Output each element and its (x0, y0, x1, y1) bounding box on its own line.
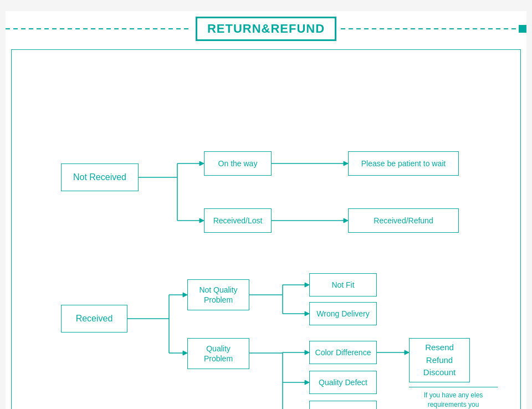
not-quality-problem-node: Not Quality Problem (187, 279, 249, 310)
quality-defect-node: Quality Defect (309, 371, 377, 394)
not-received-node: Not Received (61, 163, 139, 191)
svg-marker-3 (200, 161, 204, 166)
svg-marker-31 (405, 350, 409, 355)
svg-marker-7 (344, 161, 348, 166)
extra-note-node: If you have any eles requirements you co… (409, 387, 498, 409)
header-line-right (341, 28, 526, 29)
header-line-left (6, 28, 191, 29)
svg-marker-13 (183, 293, 187, 297)
svg-marker-5 (200, 218, 204, 223)
diagram-area: Not Received On the way Please be patien… (11, 49, 521, 409)
svg-marker-9 (344, 218, 348, 223)
svg-marker-19 (305, 283, 309, 287)
svg-marker-25 (305, 350, 309, 355)
received-refund-node: Received/Refund (348, 208, 459, 233)
on-the-way-node: On the way (204, 151, 272, 176)
please-wait-node: Please be patient to wait (348, 151, 459, 176)
not-fit-node: Not Fit (309, 273, 377, 296)
svg-marker-15 (183, 351, 187, 355)
header: RETURN&REFUND (6, 11, 526, 49)
received-node: Received (61, 305, 127, 333)
svg-marker-27 (305, 380, 309, 385)
damage-node: Damage (309, 401, 377, 409)
color-difference-node: Color Difference (309, 341, 377, 364)
wrong-delivery-node: Wrong Delivery (309, 302, 377, 325)
diagram-container: Not Received On the way Please be patien… (28, 67, 504, 409)
svg-marker-21 (305, 311, 309, 316)
page-wrapper: RETURN&REFUND (6, 11, 526, 409)
resend-refund-node: Resend Refund Discount (409, 338, 470, 382)
quality-problem-node: Quality Problem (187, 338, 249, 369)
page-title: RETURN&REFUND (207, 22, 325, 35)
received-lost-node: Received/Lost (204, 208, 272, 233)
title-box: RETURN&REFUND (196, 17, 336, 41)
